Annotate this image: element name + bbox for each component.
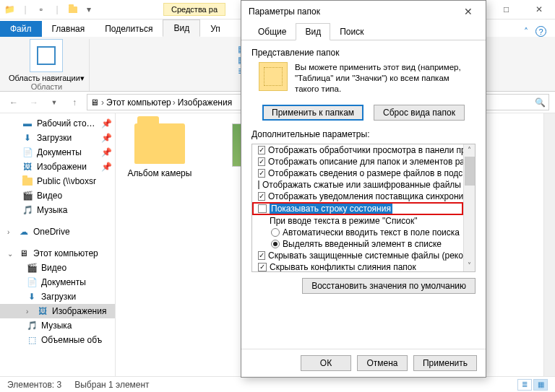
adv-option[interactable]: ✓Отображать сведения о размере файлов в …	[252, 167, 463, 179]
checkbox-icon[interactable]	[258, 204, 267, 213]
scroll-down-icon[interactable]: ˅	[468, 260, 471, 271]
folder-options-dialog: Параметры папок ✕ Общие Вид Поиск Предст…	[241, 0, 486, 378]
adv-option[interactable]: Отображать сжатые или зашифрованные файл…	[252, 179, 463, 191]
music-icon: 🎵	[26, 320, 38, 331]
tree-item-pc-music[interactable]: 🎵Музыка	[0, 318, 115, 333]
history-button[interactable]: ▼	[46, 95, 62, 110]
vertical-scrollbar[interactable]	[543, 113, 555, 376]
adv-option-status-bar[interactable]: Показывать строку состояния	[252, 202, 463, 215]
apply-to-folders-button[interactable]: Применить к папкам	[262, 105, 363, 121]
help-icon[interactable]: ?	[535, 26, 546, 37]
qat-divider: |	[19, 3, 32, 16]
navigation-pane-button[interactable]	[30, 39, 63, 72]
navigation-tree[interactable]: ▬Рабочий сто…📌 ⬇Загрузки📌 📄Документы📌 🖼И…	[0, 113, 116, 376]
forward-button[interactable]: →	[26, 95, 42, 110]
navigation-pane-label[interactable]: Область навигации▾	[9, 74, 85, 82]
list-item[interactable]: Альбом камеры	[120, 123, 199, 178]
picture-icon: 🖼	[22, 161, 33, 173]
search-icon: 🔍	[535, 97, 546, 108]
dialog-tab-view[interactable]: Вид	[296, 23, 330, 40]
tab-view[interactable]: Вид	[163, 19, 200, 37]
picture-icon: 🖼	[37, 305, 48, 317]
checkbox-icon[interactable]	[258, 180, 259, 189]
cancel-button[interactable]: Отмена	[357, 355, 408, 371]
video-icon: 🎬	[22, 190, 33, 201]
apply-button[interactable]: Применить	[413, 355, 477, 371]
new-folder-icon[interactable]	[66, 3, 79, 16]
tree-item-downloads[interactable]: ⬇Загрузки📌	[0, 131, 115, 145]
list-scrollbar[interactable]: ˄˅	[463, 144, 475, 271]
adv-option[interactable]: ✓Отображать уведомления поставщика синхр…	[252, 191, 463, 202]
tab-home[interactable]: Главная	[42, 21, 95, 37]
checkbox-icon[interactable]: ✓	[258, 192, 265, 201]
tree-item-pc-pictures[interactable]: ›🖼Изображения	[0, 304, 115, 318]
folder-views-description: Вы можете применить этот вид (например, …	[295, 62, 476, 95]
checkbox-icon[interactable]: ✓	[258, 263, 267, 271]
tree-item-pictures[interactable]: 🖼Изображени📌	[0, 160, 115, 174]
desktop-icon: ▬	[22, 118, 33, 129]
tab-file[interactable]: Файл	[0, 21, 42, 37]
tree-item-onedrive[interactable]: ›☁OneDrive	[0, 225, 115, 239]
checkbox-icon[interactable]: ✓	[258, 251, 265, 260]
adv-option[interactable]: Выделять введенный элемент в списке	[252, 238, 463, 250]
scroll-up-icon[interactable]: ˄	[468, 144, 471, 156]
dialog-tabs: Общие Вид Поиск	[241, 22, 486, 40]
ribbon-collapse-icon[interactable]: ˄	[524, 27, 528, 37]
tree-item-pc-video[interactable]: 🎬Видео	[0, 261, 115, 275]
advanced-settings-list[interactable]: ✓Отображать обработчики просмотра в пане…	[251, 144, 476, 272]
network-folder-icon	[22, 175, 33, 187]
download-icon: ⬇	[22, 132, 33, 144]
breadcrumb-segment[interactable]: Изображения	[178, 97, 232, 108]
back-button[interactable]: ←	[6, 95, 22, 110]
close-button[interactable]: ✕	[522, 0, 555, 19]
qat-overflow-icon[interactable]: ▾	[82, 3, 95, 16]
tab-manage[interactable]: Уп	[200, 21, 231, 37]
scroll-thumb[interactable]	[465, 157, 475, 186]
tree-item-video[interactable]: 🎬Видео	[0, 188, 115, 203]
properties-icon[interactable]: ▫	[35, 3, 48, 16]
restore-defaults-button[interactable]: Восстановить значения по умолчанию	[302, 278, 476, 294]
tree-item-desktop[interactable]: ▬Рабочий сто…📌	[0, 116, 115, 131]
tree-item-pc-3d[interactable]: ⬚Объемные объ	[0, 333, 115, 347]
tree-item-documents[interactable]: 📄Документы📌	[0, 145, 115, 160]
up-button[interactable]: ↑	[66, 95, 82, 110]
view-icons-button[interactable]: ▦	[533, 379, 548, 391]
dialog-body: Представление папок Вы можете применить …	[241, 40, 486, 349]
tree-item-pc-downloads[interactable]: ⬇Загрузки	[0, 289, 115, 304]
checkbox-icon[interactable]: ✓	[258, 146, 265, 154]
tree-item-pc-documents[interactable]: 📄Документы	[0, 275, 115, 289]
tree-item-music[interactable]: 🎵Музыка	[0, 203, 115, 217]
adv-option[interactable]: Автоматически вводить текст в поле поиск…	[252, 227, 463, 238]
status-bar: Элементов: 3 Выбран 1 элемент ≣ ▦	[0, 376, 555, 392]
dialog-tab-general[interactable]: Общие	[249, 23, 296, 40]
expand-icon[interactable]: ›	[7, 228, 14, 236]
view-details-button[interactable]: ≣	[517, 379, 532, 391]
adv-option-group: При вводе текста в режиме "Список"	[252, 215, 463, 227]
dialog-footer: ОК Отмена Применить	[241, 349, 486, 377]
radio-icon[interactable]	[271, 240, 280, 248]
document-icon: 📄	[22, 147, 33, 158]
advanced-settings-label: Дополнительные параметры:	[251, 129, 476, 139]
tree-item-public[interactable]: Public (\\vboxsr	[0, 174, 115, 188]
adv-option[interactable]: ✓Скрывать защищенные системные файлы (ре…	[252, 250, 463, 261]
cube-icon: ⬚	[26, 334, 38, 346]
maximize-button[interactable]: □	[490, 0, 522, 19]
adv-option[interactable]: ✓Скрывать конфликты слияния папок	[252, 261, 463, 272]
tree-item-this-pc[interactable]: ⌄🖥Этот компьютер	[0, 246, 115, 261]
ok-button[interactable]: ОК	[301, 355, 351, 371]
reset-folders-button[interactable]: Сброс вида папок	[374, 105, 465, 121]
expand-icon[interactable]: ›	[26, 308, 33, 315]
quick-access-toolbar: 📁 | ▫ | ▾	[0, 3, 98, 16]
dialog-tab-search[interactable]: Поиск	[330, 23, 373, 40]
dialog-title-bar[interactable]: Параметры папок ✕	[241, 1, 486, 22]
close-icon[interactable]: ✕	[458, 6, 478, 17]
breadcrumb-segment[interactable]: Этот компьютер ›	[106, 97, 176, 108]
adv-option[interactable]: ✓Отображать обработчики просмотра в пане…	[252, 144, 463, 156]
radio-icon[interactable]	[271, 228, 280, 237]
checkbox-icon[interactable]: ✓	[258, 169, 265, 178]
ribbon-group-panes: Область навигации▾ Области	[4, 39, 90, 91]
checkbox-icon[interactable]: ✓	[258, 157, 265, 166]
collapse-icon[interactable]: ⌄	[7, 250, 14, 258]
tab-share[interactable]: Поделиться	[95, 21, 163, 37]
adv-option[interactable]: ✓Отображать описание для папок и элемент…	[252, 156, 463, 167]
